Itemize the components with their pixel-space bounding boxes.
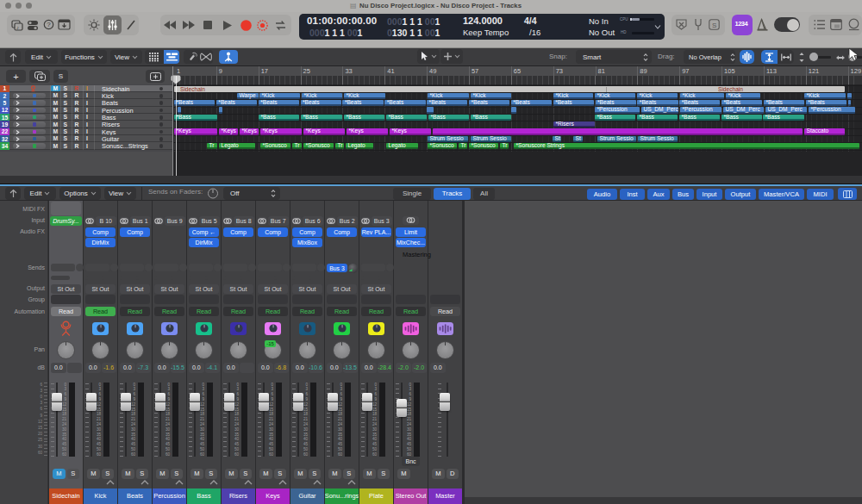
- svg-text:S: S: [712, 22, 716, 29]
- svg-text:♪: ♪: [16, 25, 19, 30]
- svg-text:?: ?: [47, 21, 51, 28]
